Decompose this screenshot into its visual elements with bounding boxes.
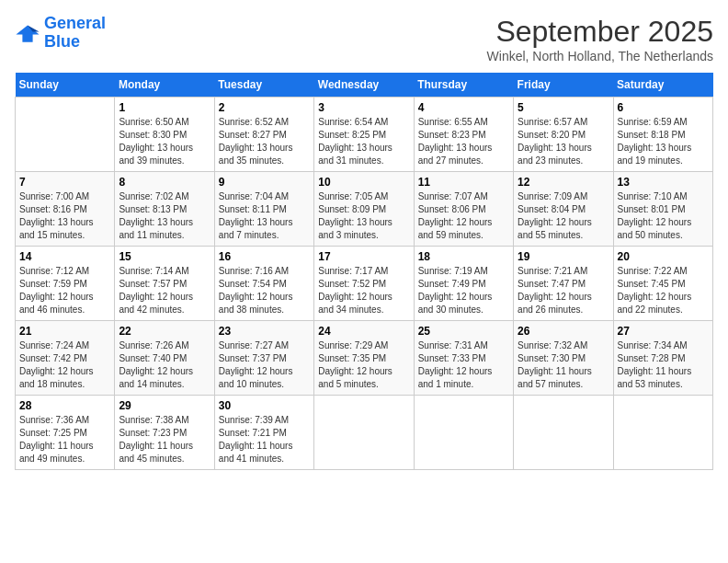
day-info: Sunrise: 7:27 AM Sunset: 7:37 PM Dayligh… (219, 339, 310, 391)
day-info: Sunrise: 7:22 AM Sunset: 7:45 PM Dayligh… (618, 265, 709, 316)
day-number: 14 (19, 250, 110, 263)
header-cell-saturday: Saturday (613, 73, 712, 98)
day-number: 6 (618, 101, 709, 114)
day-number: 17 (318, 250, 409, 263)
day-number: 27 (618, 325, 709, 338)
header-row: SundayMondayTuesdayWednesdayThursdayFrid… (16, 73, 713, 98)
day-number: 19 (518, 250, 609, 263)
location: Winkel, North Holland, The Netherlands (487, 49, 713, 63)
logo-text: General Blue (44, 15, 106, 52)
day-cell: 1Sunrise: 6:50 AM Sunset: 8:30 PM Daylig… (115, 98, 214, 172)
day-number: 11 (418, 176, 509, 189)
day-info: Sunrise: 6:57 AM Sunset: 8:20 PM Dayligh… (518, 116, 609, 167)
day-info: Sunrise: 7:00 AM Sunset: 8:16 PM Dayligh… (19, 190, 110, 242)
day-info: Sunrise: 7:05 AM Sunset: 8:09 PM Dayligh… (318, 190, 409, 242)
day-number: 13 (618, 176, 709, 189)
day-number: 2 (219, 101, 310, 114)
day-cell (514, 396, 613, 470)
day-info: Sunrise: 7:17 AM Sunset: 7:52 PM Dayligh… (318, 265, 409, 316)
week-row-2: 7Sunrise: 7:00 AM Sunset: 8:16 PM Daylig… (16, 172, 713, 247)
day-cell: 18Sunrise: 7:19 AM Sunset: 7:49 PM Dayli… (414, 247, 513, 321)
day-cell: 21Sunrise: 7:24 AM Sunset: 7:42 PM Dayli… (16, 321, 115, 396)
day-info: Sunrise: 7:14 AM Sunset: 7:57 PM Dayligh… (119, 265, 210, 316)
day-number: 8 (119, 176, 210, 189)
month-title: September 2025 (487, 15, 713, 49)
day-cell: 3Sunrise: 6:54 AM Sunset: 8:25 PM Daylig… (314, 98, 414, 172)
title-block: September 2025 Winkel, North Holland, Th… (487, 15, 713, 63)
day-info: Sunrise: 7:04 AM Sunset: 8:11 PM Dayligh… (219, 190, 310, 242)
page-header: General Blue September 2025 Winkel, Nort… (15, 15, 713, 63)
day-number: 1 (119, 101, 210, 114)
day-cell: 24Sunrise: 7:29 AM Sunset: 7:35 PM Dayli… (314, 321, 414, 396)
day-cell: 29Sunrise: 7:38 AM Sunset: 7:23 PM Dayli… (115, 396, 214, 470)
header-cell-wednesday: Wednesday (314, 73, 414, 98)
day-number: 15 (119, 250, 210, 263)
day-info: Sunrise: 7:39 AM Sunset: 7:21 PM Dayligh… (219, 414, 310, 465)
header-cell-friday: Friday (514, 73, 613, 98)
day-info: Sunrise: 7:10 AM Sunset: 8:01 PM Dayligh… (618, 190, 709, 242)
day-info: Sunrise: 6:54 AM Sunset: 8:25 PM Dayligh… (318, 116, 409, 167)
header-cell-thursday: Thursday (414, 73, 513, 98)
day-cell (314, 396, 414, 470)
logo: General Blue (15, 15, 106, 52)
day-number: 10 (318, 176, 409, 189)
day-number: 9 (219, 176, 310, 189)
day-info: Sunrise: 7:26 AM Sunset: 7:40 PM Dayligh… (119, 339, 210, 391)
week-row-3: 14Sunrise: 7:12 AM Sunset: 7:59 PM Dayli… (16, 247, 713, 321)
logo-icon (15, 20, 40, 46)
day-cell: 11Sunrise: 7:07 AM Sunset: 8:06 PM Dayli… (414, 172, 513, 247)
day-cell: 26Sunrise: 7:32 AM Sunset: 7:30 PM Dayli… (514, 321, 613, 396)
calendar-table: SundayMondayTuesdayWednesdayThursdayFrid… (15, 73, 713, 470)
day-cell: 7Sunrise: 7:00 AM Sunset: 8:16 PM Daylig… (16, 172, 115, 247)
day-info: Sunrise: 7:02 AM Sunset: 8:13 PM Dayligh… (119, 190, 210, 242)
day-info: Sunrise: 7:09 AM Sunset: 8:04 PM Dayligh… (518, 190, 609, 242)
day-info: Sunrise: 7:29 AM Sunset: 7:35 PM Dayligh… (318, 339, 409, 391)
day-info: Sunrise: 7:07 AM Sunset: 8:06 PM Dayligh… (418, 190, 509, 242)
day-cell: 6Sunrise: 6:59 AM Sunset: 8:18 PM Daylig… (613, 98, 712, 172)
day-cell (16, 98, 115, 172)
day-info: Sunrise: 7:32 AM Sunset: 7:30 PM Dayligh… (518, 339, 609, 391)
day-cell (613, 396, 712, 470)
week-row-1: 1Sunrise: 6:50 AM Sunset: 8:30 PM Daylig… (16, 98, 713, 172)
day-number: 21 (19, 325, 110, 338)
day-cell: 14Sunrise: 7:12 AM Sunset: 7:59 PM Dayli… (16, 247, 115, 321)
day-number: 30 (219, 399, 310, 412)
day-info: Sunrise: 6:50 AM Sunset: 8:30 PM Dayligh… (119, 116, 210, 167)
day-cell: 19Sunrise: 7:21 AM Sunset: 7:47 PM Dayli… (514, 247, 613, 321)
day-number: 7 (19, 176, 110, 189)
week-row-5: 28Sunrise: 7:36 AM Sunset: 7:25 PM Dayli… (16, 396, 713, 470)
day-info: Sunrise: 7:21 AM Sunset: 7:47 PM Dayligh… (518, 265, 609, 316)
day-number: 20 (618, 250, 709, 263)
day-cell: 2Sunrise: 6:52 AM Sunset: 8:27 PM Daylig… (214, 98, 313, 172)
header-cell-sunday: Sunday (16, 73, 115, 98)
day-cell: 20Sunrise: 7:22 AM Sunset: 7:45 PM Dayli… (613, 247, 712, 321)
day-number: 3 (318, 101, 409, 114)
day-number: 22 (119, 325, 210, 338)
day-info: Sunrise: 7:24 AM Sunset: 7:42 PM Dayligh… (19, 339, 110, 391)
day-info: Sunrise: 6:59 AM Sunset: 8:18 PM Dayligh… (618, 116, 709, 167)
day-cell: 4Sunrise: 6:55 AM Sunset: 8:23 PM Daylig… (414, 98, 513, 172)
day-info: Sunrise: 7:38 AM Sunset: 7:23 PM Dayligh… (119, 414, 210, 465)
day-number: 29 (119, 399, 210, 412)
day-number: 26 (518, 325, 609, 338)
day-info: Sunrise: 7:19 AM Sunset: 7:49 PM Dayligh… (418, 265, 509, 316)
day-cell: 28Sunrise: 7:36 AM Sunset: 7:25 PM Dayli… (16, 396, 115, 470)
day-cell: 5Sunrise: 6:57 AM Sunset: 8:20 PM Daylig… (514, 98, 613, 172)
header-cell-monday: Monday (115, 73, 214, 98)
week-row-4: 21Sunrise: 7:24 AM Sunset: 7:42 PM Dayli… (16, 321, 713, 396)
day-cell: 23Sunrise: 7:27 AM Sunset: 7:37 PM Dayli… (214, 321, 313, 396)
day-number: 28 (19, 399, 110, 412)
day-info: Sunrise: 6:55 AM Sunset: 8:23 PM Dayligh… (418, 116, 509, 167)
day-number: 25 (418, 325, 509, 338)
day-cell: 10Sunrise: 7:05 AM Sunset: 8:09 PM Dayli… (314, 172, 414, 247)
day-info: Sunrise: 7:34 AM Sunset: 7:28 PM Dayligh… (618, 339, 709, 391)
svg-marker-0 (16, 25, 39, 41)
day-cell: 17Sunrise: 7:17 AM Sunset: 7:52 PM Dayli… (314, 247, 414, 321)
day-info: Sunrise: 7:16 AM Sunset: 7:54 PM Dayligh… (219, 265, 310, 316)
day-info: Sunrise: 7:31 AM Sunset: 7:33 PM Dayligh… (418, 339, 509, 391)
day-number: 5 (518, 101, 609, 114)
day-cell: 12Sunrise: 7:09 AM Sunset: 8:04 PM Dayli… (514, 172, 613, 247)
day-info: Sunrise: 7:12 AM Sunset: 7:59 PM Dayligh… (19, 265, 110, 316)
day-number: 23 (219, 325, 310, 338)
day-info: Sunrise: 7:36 AM Sunset: 7:25 PM Dayligh… (19, 414, 110, 465)
